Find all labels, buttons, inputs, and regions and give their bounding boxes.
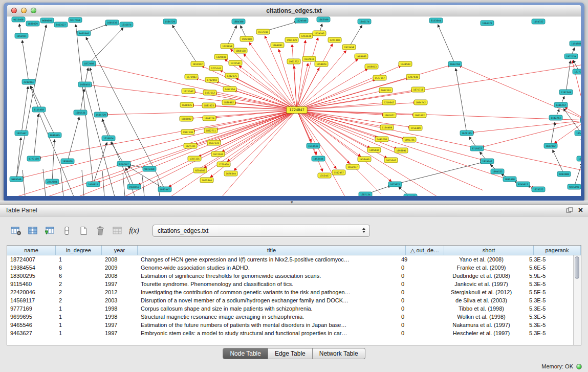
graph-node-label: 1881023 bbox=[204, 104, 214, 107]
column-header-pagerank[interactable]: pagerank bbox=[534, 246, 581, 255]
cell-in_degree: 2 bbox=[56, 296, 102, 304]
table-options-button[interactable] bbox=[8, 224, 24, 238]
panel-divider[interactable]: ▾ bbox=[0, 201, 588, 204]
cell-out_degree: 0 bbox=[398, 288, 437, 296]
graph-node-label: 1652161 bbox=[381, 89, 391, 92]
graph-node-label: 1664091 bbox=[272, 44, 282, 47]
table-chooser-dropdown[interactable]: citations_edges.txt bbox=[153, 225, 370, 237]
table-row[interactable]: 969969511998Structural magnetic resonanc… bbox=[7, 313, 573, 321]
graph-edge bbox=[123, 173, 125, 196]
graph-node-label: 1664794 bbox=[450, 63, 460, 65]
cell-name: 19384554 bbox=[7, 264, 56, 272]
graph-edge bbox=[438, 25, 455, 64]
graph-node-label: 1124543 bbox=[314, 32, 324, 35]
network-window[interactable]: citations_edges.txt 91154601830029969969… bbox=[4, 3, 584, 201]
graph-node-label: 1446212 bbox=[556, 104, 566, 106]
graph-node-label: 1277341 bbox=[574, 71, 581, 73]
cell-short: Dudbridge et al. (2008) bbox=[437, 272, 526, 280]
close-panel-icon[interactable]: × bbox=[578, 207, 583, 214]
graph-node-label: 1254434 bbox=[301, 35, 311, 37]
column-chooser-icon bbox=[28, 227, 38, 235]
graph-node-label: 1819542 bbox=[482, 160, 492, 163]
edge-table-tab[interactable]: Edge Table bbox=[268, 348, 313, 359]
graph-node-label: 1782093 bbox=[207, 79, 217, 81]
function-builder-button[interactable]: f(x) bbox=[126, 224, 142, 238]
graph-node-label: 1287134 bbox=[360, 193, 371, 196]
graph-edge bbox=[234, 110, 297, 170]
node-table-tab[interactable]: Node Table bbox=[223, 348, 268, 359]
graph-node[interactable] bbox=[580, 118, 581, 123]
zoom-button[interactable] bbox=[31, 8, 36, 13]
graph-edge bbox=[125, 110, 297, 196]
cell-title: Genome-wide association studies in ADHD. bbox=[138, 264, 398, 272]
network-window-titlebar[interactable]: citations_edges.txt bbox=[7, 5, 581, 16]
delete-column-button[interactable] bbox=[93, 224, 108, 238]
cell-title: Structural magnetic resonance image aver… bbox=[138, 313, 398, 321]
table-row[interactable]: 1830029562008Estimation of significance … bbox=[7, 272, 573, 280]
graph-edge bbox=[43, 169, 46, 196]
cell-year: 1997 bbox=[102, 280, 138, 288]
graph-node-label: 1154409 bbox=[410, 127, 421, 129]
graph-node-label: 1604742 bbox=[416, 101, 426, 104]
cell-pagerank: 5.6E-5 bbox=[526, 264, 573, 272]
close-button[interactable] bbox=[11, 8, 17, 13]
graph-node-label: 1875718 bbox=[413, 89, 423, 91]
table-row[interactable]: 946554611997Estimation of the future num… bbox=[7, 321, 573, 329]
table-panel-header: Table Panel × bbox=[0, 205, 588, 216]
column-chooser-button[interactable] bbox=[25, 224, 40, 238]
graph-edge bbox=[93, 143, 107, 184]
network-canvas[interactable]: 9115460183002996996959463627977716914569… bbox=[7, 16, 581, 196]
graph-node-label: 9115460 bbox=[144, 168, 155, 170]
graph-node-label: 1452154 bbox=[225, 88, 235, 91]
table-row[interactable]: 1456911722003Disruption of a novel membe… bbox=[7, 296, 573, 304]
column-header-in_degree[interactable]: in_degree bbox=[56, 246, 102, 255]
graph-edge bbox=[566, 61, 571, 92]
graph-edge bbox=[471, 120, 581, 133]
graph-node-label: 1495726 bbox=[404, 139, 415, 141]
graph-edge bbox=[279, 50, 297, 110]
table-row[interactable]: 977716911998Corpus callosum shape and si… bbox=[7, 304, 573, 313]
table-row[interactable]: 1872400712008Changes of HCN gene express… bbox=[7, 255, 573, 264]
graph-edge bbox=[202, 66, 297, 110]
new-column-button[interactable] bbox=[76, 224, 91, 238]
graph-edge bbox=[297, 38, 318, 110]
cell-out_degree: 0 bbox=[398, 304, 437, 313]
graph-node-label: 1731541 bbox=[230, 62, 241, 64]
float-panel-icon[interactable] bbox=[566, 207, 573, 213]
cell-out_degree: 0 bbox=[398, 272, 437, 280]
cell-pagerank: 5.3E-5 bbox=[526, 329, 573, 337]
graph-node-label: 9245012 bbox=[518, 183, 528, 186]
column-header-name[interactable]: name bbox=[7, 246, 56, 255]
graph-node-label: 1967130 bbox=[183, 131, 193, 134]
row-height-button[interactable] bbox=[59, 224, 74, 238]
table-row[interactable]: 911546021997Tourette syndrome. Phenomeno… bbox=[7, 280, 573, 288]
table-vertical-scrollbar[interactable] bbox=[573, 255, 581, 345]
table-row[interactable]: 1938455462009Genome-wide association stu… bbox=[7, 264, 573, 272]
table-chooser-value: citations_edges.txt bbox=[158, 227, 208, 234]
cell-name: 22420046 bbox=[7, 288, 56, 296]
cell-short: Stergiakouli et al. (2012) bbox=[437, 288, 526, 296]
graph-node-label: 1442243 bbox=[551, 117, 561, 119]
select-all-rows-button[interactable] bbox=[42, 224, 57, 238]
cell-pagerank: 5.3E-5 bbox=[526, 255, 573, 264]
minimize-button[interactable] bbox=[21, 8, 27, 13]
column-header-title[interactable]: title bbox=[138, 246, 406, 255]
network-table-tab[interactable]: Network Table bbox=[313, 348, 365, 359]
graph-edge bbox=[142, 176, 144, 196]
scrollbar-thumb[interactable] bbox=[575, 256, 579, 279]
graph-node-label: 1098770 bbox=[204, 117, 214, 120]
graph-node-label: 1037447 bbox=[16, 132, 27, 135]
graph-edge bbox=[23, 170, 25, 196]
import-table-button[interactable] bbox=[110, 224, 125, 238]
graph-edge bbox=[297, 110, 534, 188]
column-header-short[interactable]: short bbox=[444, 246, 534, 255]
table-row[interactable]: 2242004622012Investigating the contribut… bbox=[7, 288, 573, 296]
column-header-out_degree[interactable]: △ out_de… bbox=[406, 246, 444, 255]
cell-in_degree: 1 bbox=[56, 255, 102, 264]
cell-short: Wolkin et al. (1998) bbox=[437, 313, 526, 321]
network-window-inner: citations_edges.txt 91154601830029969969… bbox=[7, 5, 581, 196]
graph-node-label: 1673343 bbox=[213, 153, 223, 156]
graph-node-label: 1922008 bbox=[242, 38, 252, 40]
column-header-year[interactable]: year bbox=[102, 246, 138, 255]
table-row[interactable]: 946362711997Embryonic stem cells: a mode… bbox=[7, 329, 573, 337]
